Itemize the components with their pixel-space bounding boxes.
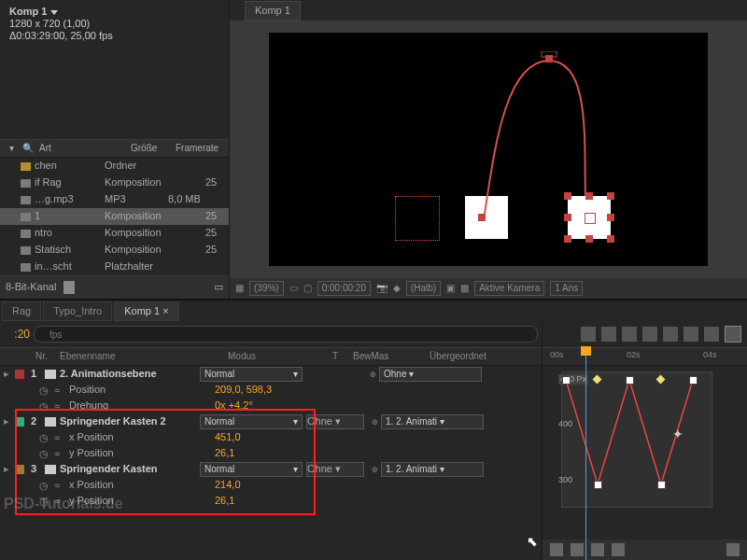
property-row[interactable]: ◷≈y Position26,1 (0, 445, 542, 461)
expression-icon[interactable]: ≈ (54, 400, 65, 412)
property-row[interactable]: ◷≈Drehung0x +4,2° (0, 398, 542, 413)
graph-editor-icon[interactable] (725, 326, 741, 343)
layer-row[interactable]: ▸12. AnimationsebeneNormal ▾๏Ohne ▾ (0, 366, 542, 382)
twirl-icon[interactable]: ▸ (0, 415, 13, 427)
timeline-panel: Rag Typo_Intro Komp 1 × :20 Nr. Ebenenna… (0, 299, 747, 560)
blend-mode-dropdown[interactable]: Normal ▾ (200, 414, 303, 429)
stopwatch-icon[interactable]: ◷ (39, 448, 50, 459)
stopwatch-icon[interactable]: ◷ (39, 432, 50, 443)
parent-pickwhip-icon[interactable]: ๏ (366, 368, 379, 380)
camera-dropdown[interactable]: Aktive Kamera (474, 281, 544, 296)
current-time[interactable]: 0:00:00:20 (317, 281, 371, 296)
channels-icon[interactable]: ◆ (393, 283, 401, 294)
property-value[interactable]: 26,1 (215, 447, 234, 459)
resolution-dropdown[interactable]: (Halb) (406, 281, 441, 296)
property-value[interactable]: 26,1 (215, 495, 234, 507)
layer-list[interactable]: ▸12. AnimationsebeneNormal ▾๏Ohne ▾◷≈Pos… (0, 366, 542, 560)
graph-editor[interactable]: 450 Px 400 300 ✦ (543, 366, 747, 539)
layer-row[interactable]: ▸2Springender Kasten 2Normal ▾Ohne ▾๏1. … (0, 413, 542, 429)
views-dropdown[interactable]: 1 Ans (550, 281, 583, 296)
col-framerate[interactable]: Framerate (172, 143, 222, 154)
roi-icon[interactable]: ▣ (446, 283, 455, 294)
track-matte-dropdown[interactable]: Ohne ▾ (306, 414, 364, 429)
composition-canvas[interactable] (269, 33, 708, 266)
project-item[interactable]: 1Komposition25 (0, 208, 229, 225)
property-value[interactable]: 209,0, 598,3 (215, 384, 272, 396)
toggle-switches-icon[interactable] (581, 327, 596, 342)
track-matte-dropdown[interactable]: Ohne ▾ (306, 462, 364, 477)
project-item[interactable]: if RagKomposition25 (0, 175, 229, 191)
layer-outline-prev-position (395, 196, 440, 241)
layer-search-input[interactable] (34, 326, 538, 343)
trash-icon[interactable] (63, 281, 75, 294)
graph-type-icon[interactable] (571, 543, 584, 556)
eye-icon[interactable] (550, 543, 563, 556)
canvas-area[interactable] (230, 21, 747, 277)
parent-pickwhip-icon[interactable]: ๏ (368, 463, 381, 475)
project-item[interactable]: in…schtPlatzhalter (0, 259, 229, 275)
zoom-dropdown[interactable]: (39%) (249, 281, 284, 296)
bit-depth-label[interactable]: 8-Bit-Kanal (6, 281, 56, 293)
property-row[interactable]: ◷≈x Position451,0 (0, 429, 542, 445)
project-item[interactable]: ntroKomposition25 (0, 225, 229, 242)
expression-icon[interactable]: ≈ (54, 448, 65, 459)
expression-icon[interactable]: ≈ (54, 432, 65, 443)
project-item[interactable]: StatischKomposition25 (0, 242, 229, 259)
composition-viewer: Komp 1 ▦ (39%) ▭ ▢ 0:00:00:20 📷 ◆ (Halb)… (229, 0, 747, 299)
fit-icon[interactable] (612, 543, 625, 556)
expression-icon[interactable]: ≈ (54, 480, 65, 491)
col-size[interactable]: Größe (127, 143, 172, 154)
tl-tab-komp1[interactable]: Komp 1 × (114, 301, 178, 321)
parent-dropdown[interactable]: Ohne ▾ (379, 367, 482, 382)
grid-icon[interactable]: ▦ (235, 283, 244, 294)
timeline-columns-header: Nr. Ebenenname Modus T BewMas Übergeordn… (0, 347, 542, 366)
transparency-grid-icon[interactable]: ▩ (460, 283, 469, 294)
tl-tab-typo[interactable]: Typo_Intro (43, 301, 112, 321)
comp-dropdown-icon[interactable] (50, 10, 58, 15)
timeline-tabs: Rag Typo_Intro Komp 1 × (0, 301, 747, 321)
comp-name[interactable]: Komp 1 (9, 6, 47, 18)
blend-mode-dropdown[interactable]: Normal ▾ (200, 462, 303, 477)
layer-springender-kasten-2-selected[interactable] (568, 196, 611, 239)
blend-mode-dropdown[interactable]: Normal ▾ (200, 367, 303, 382)
col-art[interactable]: Art (35, 143, 127, 154)
project-item[interactable]: chenOrdner (0, 158, 229, 175)
frame-blend-icon[interactable] (642, 327, 657, 342)
safe-zones-icon[interactable]: ▭ (289, 283, 298, 294)
layer-type-icon (45, 417, 56, 427)
expression-icon[interactable]: ≈ (54, 385, 65, 396)
layer-type-icon (45, 465, 56, 474)
svg-rect-0 (478, 214, 486, 221)
parent-pickwhip-icon[interactable]: ๏ (368, 415, 381, 427)
layer-row[interactable]: ▸3Springender KastenNormal ▾Ohne ▾๏1. 2.… (0, 461, 542, 477)
property-value[interactable]: 214,0 (215, 479, 241, 491)
parent-dropdown[interactable]: 1. 2. Animati ▾ (381, 414, 484, 429)
auto-keyframe-icon[interactable] (704, 327, 719, 342)
snap-icon[interactable] (591, 543, 604, 556)
zoom-icon[interactable] (726, 543, 740, 556)
time-ruler[interactable]: 00s 02s 04s (543, 347, 747, 366)
draft3d-icon[interactable] (622, 327, 637, 342)
folder-icon[interactable]: ▭ (214, 281, 223, 293)
tl-tab-rag[interactable]: Rag (2, 301, 41, 321)
project-list[interactable]: chenOrdnerif RagKomposition25…g.mp3MP38,… (0, 158, 229, 275)
property-row[interactable]: ◷≈Position209,0, 598,3 (0, 382, 542, 398)
twirl-icon[interactable]: ▸ (0, 368, 13, 380)
comp-flowchart-icon[interactable] (601, 327, 616, 342)
current-timecode[interactable]: :20 (4, 328, 30, 341)
project-columns-header: ▾ 🔍 Art Größe Framerate (0, 139, 229, 158)
stopwatch-icon[interactable]: ◷ (39, 400, 50, 412)
stopwatch-icon[interactable]: ◷ (39, 385, 50, 396)
property-row[interactable]: ◷≈x Position214,0 (0, 477, 542, 493)
parent-dropdown[interactable]: 1. 2. Animati ▾ (381, 462, 484, 477)
stopwatch-icon[interactable]: ◷ (39, 480, 50, 491)
project-item[interactable]: …g.mp3MP38,0 MB (0, 191, 229, 208)
twirl-icon[interactable]: ▸ (0, 463, 13, 475)
motion-blur-icon[interactable] (663, 327, 678, 342)
property-value[interactable]: 451,0 (215, 431, 241, 443)
property-value[interactable]: 0x +4,2° (215, 399, 253, 412)
mask-icon[interactable]: ▢ (303, 283, 312, 294)
brainstorm-icon[interactable] (684, 327, 698, 342)
viewer-tab[interactable]: Komp 1 (245, 1, 301, 21)
snapshot-icon[interactable]: 📷 (376, 283, 388, 294)
